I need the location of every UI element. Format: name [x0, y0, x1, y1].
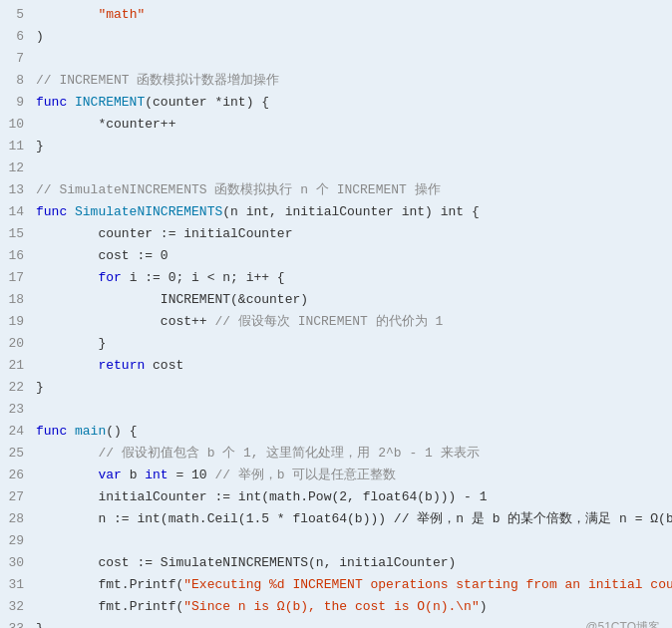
code-token: )	[36, 29, 44, 44]
line-content	[36, 49, 672, 69]
code-token: var	[98, 468, 121, 482]
table-row: 26 var b int = 10 // 举例，b 可以是任意正整数	[0, 465, 672, 486]
line-content: initialCounter := int(math.Pow(2, float6…	[36, 487, 672, 507]
code-token: (counter *int) {	[145, 95, 269, 110]
code-token: initialCounter := int(math.Pow(2, float6…	[36, 489, 488, 504]
line-content: for i := 0; i < n; i++ {	[36, 268, 672, 288]
table-row: 7	[0, 48, 672, 70]
line-number: 13	[0, 180, 36, 200]
code-token: *counter++	[36, 117, 175, 132]
line-number: 31	[0, 575, 36, 595]
line-number: 20	[0, 334, 36, 354]
table-row: 17 for i := 0; i < n; i++ {	[0, 267, 672, 289]
line-content: // INCREMENT 函数模拟计数器增加操作	[36, 71, 672, 91]
table-row: 21 return cost	[0, 355, 672, 377]
line-content	[36, 158, 672, 178]
line-number: 23	[0, 400, 36, 420]
code-token	[36, 577, 98, 592]
line-number: 26	[0, 466, 36, 485]
code-token: func	[36, 424, 75, 439]
line-content: fmt.Printf("Executing %d INCREMENT opera…	[36, 575, 672, 595]
line-content: *counter++	[36, 115, 672, 135]
code-token: // INCREMENT 函数模拟计数器增加操作	[36, 73, 279, 88]
line-content: }	[36, 378, 672, 398]
table-row: 9func INCREMENT(counter *int) {	[0, 92, 672, 114]
line-number: 6	[0, 27, 36, 47]
code-token: n := int(math.Ceil(1.5 * float64(b))) //…	[36, 511, 672, 526]
code-token: // 举例，b 可以是任意正整数	[214, 468, 396, 482]
line-content: }	[36, 334, 672, 354]
table-row: 13// SimulateNINCREMENTS 函数模拟执行 n 个 INCR…	[0, 179, 672, 201]
line-number: 9	[0, 93, 36, 113]
code-token: (n int, initialCounter int) int {	[222, 204, 479, 219]
code-token: counter := initialCounter	[36, 226, 292, 241]
line-content: // 假设初值包含 b 个 1, 这里简化处理，用 2^b - 1 来表示	[36, 444, 672, 464]
table-row: 6)	[0, 26, 672, 48]
line-number: 10	[0, 115, 36, 135]
table-row: 33}	[0, 618, 672, 628]
table-row: 12	[0, 157, 672, 179]
line-number: 19	[0, 312, 36, 332]
table-row: 23	[0, 399, 672, 421]
table-row: 10 *counter++	[0, 114, 672, 136]
code-token: cost := SimulateNINCREMENTS(n, initialCo…	[36, 555, 456, 570]
table-row: 14func SimulateNINCREMENTS(n int, initia…	[0, 201, 672, 223]
code-token: cost++	[36, 314, 214, 329]
code-token: }	[36, 336, 106, 351]
line-content: // SimulateNINCREMENTS 函数模拟执行 n 个 INCREM…	[36, 180, 672, 200]
line-content: cost := 0	[36, 246, 672, 266]
table-row: 11}	[0, 136, 672, 157]
line-content: func main() {	[36, 422, 672, 442]
line-content: fmt.Printf("Since n is Ω(b), the cost is…	[36, 597, 672, 617]
line-number: 8	[0, 71, 36, 91]
line-content: counter := initialCounter	[36, 224, 672, 244]
code-token: }	[36, 139, 44, 154]
code-token: INCREMENT(&counter)	[36, 292, 308, 307]
code-token: )	[480, 599, 488, 614]
code-token: b	[122, 468, 145, 482]
line-number: 16	[0, 246, 36, 266]
code-token: cost := 0	[36, 248, 168, 263]
line-number: 30	[0, 553, 36, 573]
code-token: fmt.Printf(	[98, 599, 183, 614]
line-content	[36, 531, 672, 551]
code-token: }	[36, 380, 44, 395]
line-content: return cost	[36, 356, 672, 376]
code-token: // SimulateNINCREMENTS 函数模拟执行 n 个 INCREM…	[36, 182, 441, 197]
line-number: 29	[0, 531, 36, 551]
line-content: INCREMENT(&counter)	[36, 290, 672, 310]
line-content: var b int = 10 // 举例，b 可以是任意正整数	[36, 466, 672, 485]
code-token: func	[36, 95, 75, 110]
line-number: 14	[0, 202, 36, 222]
line-number: 22	[0, 378, 36, 398]
line-number: 11	[0, 137, 36, 157]
line-content: n := int(math.Ceil(1.5 * float64(b))) //…	[36, 509, 672, 529]
code-token: }	[36, 621, 44, 628]
code-token: cost	[145, 358, 183, 373]
table-row: 24func main() {	[0, 421, 672, 443]
line-content	[36, 400, 672, 420]
line-number: 15	[0, 224, 36, 244]
table-row: 18 INCREMENT(&counter)	[0, 289, 672, 311]
line-number: 33	[0, 619, 36, 628]
code-token: // 假设初值包含 b 个 1, 这里简化处理，用 2^b - 1 来表示	[36, 446, 480, 461]
table-row: 22}	[0, 377, 672, 399]
code-token	[36, 358, 98, 373]
code-token: i := 0; i < n; i++ {	[122, 270, 285, 285]
line-number: 5	[0, 5, 36, 25]
code-token: for	[98, 270, 121, 285]
code-token	[36, 599, 98, 614]
line-number: 18	[0, 290, 36, 310]
table-row: 15 counter := initialCounter	[0, 223, 672, 245]
table-row: 16 cost := 0	[0, 245, 672, 267]
line-content: "math"	[36, 5, 672, 25]
code-editor: 5 "math"6)7 8// INCREMENT 函数模拟计数器增加操作9fu…	[0, 0, 672, 628]
line-number: 21	[0, 356, 36, 376]
code-token: () {	[106, 424, 137, 439]
code-token: main	[75, 424, 106, 439]
table-row: 5 "math"	[0, 4, 672, 26]
code-token: fmt.Printf(	[98, 577, 183, 592]
line-number: 27	[0, 487, 36, 507]
table-row: 31 fmt.Printf("Executing %d INCREMENT op…	[0, 574, 672, 596]
table-row: 8// INCREMENT 函数模拟计数器增加操作	[0, 70, 672, 92]
